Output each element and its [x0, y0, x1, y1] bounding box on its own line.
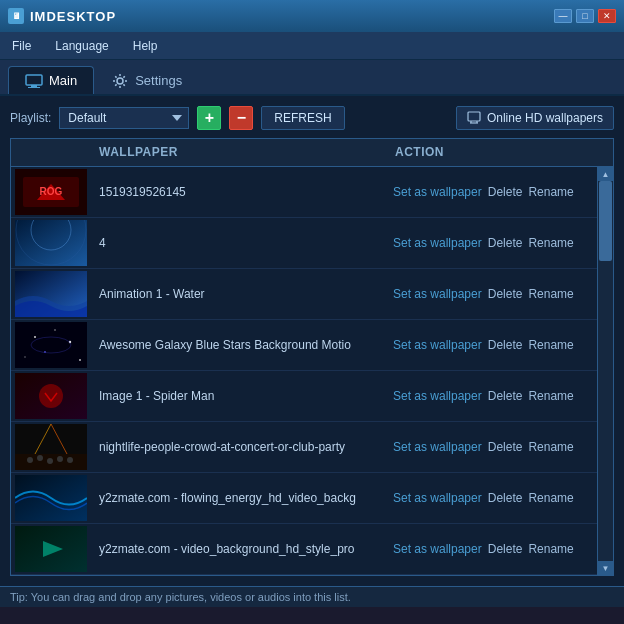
cell-thumb — [11, 320, 91, 370]
app-icon: 🖥 — [8, 8, 24, 24]
col-header-wallpaper: WALLPAPER — [91, 139, 387, 166]
settings-tab-icon — [111, 74, 129, 88]
delete-button[interactable]: Delete — [488, 440, 523, 454]
refresh-button[interactable]: REFRESH — [261, 106, 344, 130]
tab-settings[interactable]: Settings — [94, 66, 199, 94]
svg-point-25 — [39, 384, 63, 408]
table-row: y2zmate.com - video_background_hd_style_… — [11, 524, 597, 575]
add-button[interactable]: + — [197, 106, 221, 130]
cell-thumb — [11, 371, 91, 421]
toolbar: Playlist: Default Custom 1 Custom 2 + − … — [10, 106, 614, 130]
svg-point-31 — [37, 455, 43, 461]
main-tab-icon — [25, 74, 43, 88]
svg-rect-0 — [26, 75, 42, 85]
svg-point-20 — [24, 356, 25, 357]
cell-thumb — [11, 218, 91, 268]
delete-button[interactable]: Delete — [488, 389, 523, 403]
window-controls: — □ ✕ — [554, 9, 616, 23]
maximize-button[interactable]: □ — [576, 9, 594, 23]
table-row: Awesome Galaxy Blue Stars Background Mot… — [11, 320, 597, 371]
playlist-select[interactable]: Default Custom 1 Custom 2 — [59, 107, 189, 129]
delete-button[interactable]: Delete — [488, 338, 523, 352]
delete-button[interactable]: Delete — [488, 236, 523, 250]
remove-button[interactable]: − — [229, 106, 253, 130]
tab-main-label: Main — [49, 73, 77, 88]
status-bar: Tip: You can drag and drop any pictures,… — [0, 586, 624, 607]
svg-point-21 — [79, 359, 81, 361]
cell-action: Set as wallpaper Delete Rename — [387, 487, 597, 509]
delete-button[interactable]: Delete — [488, 287, 523, 301]
svg-point-3 — [117, 78, 123, 84]
scroll-thumb[interactable] — [599, 181, 612, 261]
rename-button[interactable]: Rename — [528, 491, 573, 505]
cell-thumb — [11, 269, 91, 319]
wallpaper-table: WALLPAPER ACTION ROG 1519319526145 Set a… — [10, 138, 614, 576]
svg-rect-12 — [15, 220, 87, 266]
table-row: y2zmate.com - flowing_energy_hd_video_ba… — [11, 473, 597, 524]
wallpaper-name: Image 1 - Spider Man — [91, 385, 387, 407]
table-row: Image 1 - Spider Man Set as wallpaper De… — [11, 371, 597, 422]
cell-thumb — [11, 422, 91, 472]
col-header-action: ACTION — [387, 139, 597, 166]
set-wallpaper-button[interactable]: Set as wallpaper — [393, 491, 482, 505]
scroll-down-button[interactable]: ▼ — [598, 561, 613, 575]
wallpaper-name: nightlife-people-crowd-at-concert-or-clu… — [91, 436, 387, 458]
close-button[interactable]: ✕ — [598, 9, 616, 23]
svg-rect-1 — [31, 85, 37, 87]
wallpaper-name: Awesome Galaxy Blue Stars Background Mot… — [91, 334, 387, 356]
menu-language[interactable]: Language — [51, 37, 112, 55]
svg-point-34 — [67, 457, 73, 463]
rename-button[interactable]: Rename — [528, 236, 573, 250]
menu-file[interactable]: File — [8, 37, 35, 55]
set-wallpaper-button[interactable]: Set as wallpaper — [393, 287, 482, 301]
delete-button[interactable]: Delete — [488, 491, 523, 505]
set-wallpaper-button[interactable]: Set as wallpaper — [393, 440, 482, 454]
set-wallpaper-button[interactable]: Set as wallpaper — [393, 389, 482, 403]
svg-point-32 — [47, 458, 53, 464]
table-header: WALLPAPER ACTION — [11, 139, 613, 167]
online-label: Online HD wallpapers — [487, 111, 603, 125]
minimize-button[interactable]: — — [554, 9, 572, 23]
cell-action: Set as wallpaper Delete Rename — [387, 334, 597, 356]
cell-action: Set as wallpaper Delete Rename — [387, 283, 597, 305]
tab-bar: Main Settings — [0, 60, 624, 96]
set-wallpaper-button[interactable]: Set as wallpaper — [393, 338, 482, 352]
svg-point-33 — [57, 456, 63, 462]
set-wallpaper-button[interactable]: Set as wallpaper — [393, 185, 482, 199]
rename-button[interactable]: Rename — [528, 185, 573, 199]
title-bar-left: 🖥 IMDESKTOP — [8, 8, 116, 24]
scrollbar[interactable]: ▲ ▼ — [597, 167, 613, 575]
rename-button[interactable]: Rename — [528, 389, 573, 403]
rename-button[interactable]: Rename — [528, 338, 573, 352]
tab-main[interactable]: Main — [8, 66, 94, 94]
online-wallpapers-button[interactable]: Online HD wallpapers — [456, 106, 614, 130]
delete-button[interactable]: Delete — [488, 542, 523, 556]
table-body: ROG 1519319526145 Set as wallpaper Delet… — [11, 167, 597, 575]
set-wallpaper-button[interactable]: Set as wallpaper — [393, 236, 482, 250]
rename-button[interactable]: Rename — [528, 542, 573, 556]
menu-help[interactable]: Help — [129, 37, 162, 55]
wallpaper-name: 4 — [91, 232, 387, 254]
rename-button[interactable]: Rename — [528, 440, 573, 454]
wallpaper-name: Animation 1 - Water — [91, 283, 387, 305]
cell-action: Set as wallpaper Delete Rename — [387, 181, 597, 203]
wallpaper-name: 1519319526145 — [91, 181, 387, 203]
monitor-icon — [467, 111, 481, 125]
delete-button[interactable]: Delete — [488, 185, 523, 199]
cell-action: Set as wallpaper Delete Rename — [387, 436, 597, 458]
playlist-label: Playlist: — [10, 111, 51, 125]
svg-rect-16 — [15, 322, 87, 368]
wallpaper-name: y2zmate.com - flowing_energy_hd_video_ba… — [91, 487, 387, 509]
table-row: nightlife-people-crowd-at-concert-or-clu… — [11, 422, 597, 473]
cell-thumb: ROG — [11, 167, 91, 217]
rename-button[interactable]: Rename — [528, 287, 573, 301]
title-bar: 🖥 IMDESKTOP — □ ✕ — [0, 0, 624, 32]
table-row: Animation 1 - Water Set as wallpaper Del… — [11, 269, 597, 320]
svg-rect-2 — [28, 87, 40, 88]
set-wallpaper-button[interactable]: Set as wallpaper — [393, 542, 482, 556]
main-content: Playlist: Default Custom 1 Custom 2 + − … — [0, 96, 624, 586]
scroll-up-button[interactable]: ▲ — [598, 167, 613, 181]
app-title: IMDESKTOP — [30, 9, 116, 24]
svg-text:ROG: ROG — [40, 186, 63, 197]
cell-thumb — [11, 473, 91, 523]
